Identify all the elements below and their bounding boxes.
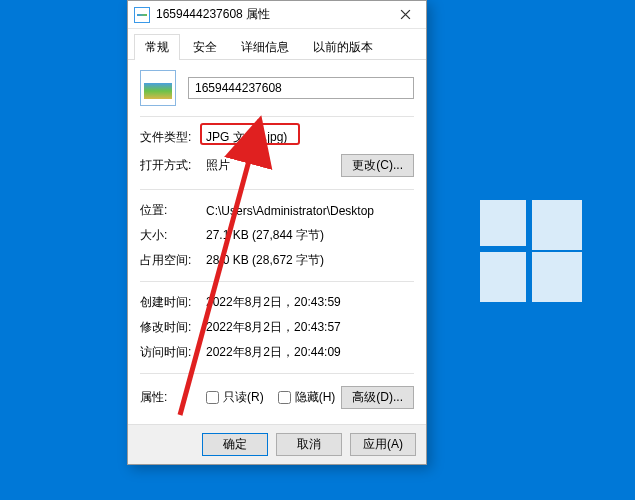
opens-with-label: 打开方式: [140, 157, 206, 174]
tab-strip: 常规 安全 详细信息 以前的版本 [128, 29, 426, 60]
modified-label: 修改时间: [140, 319, 206, 336]
apply-button[interactable]: 应用(A) [350, 433, 416, 456]
tab-details[interactable]: 详细信息 [230, 34, 300, 60]
windows-logo [480, 200, 588, 308]
attributes-label: 属性: [140, 389, 206, 406]
size-on-disk-label: 占用空间: [140, 252, 206, 269]
close-icon [400, 9, 411, 20]
tab-previous-versions[interactable]: 以前的版本 [302, 34, 384, 60]
cancel-button[interactable]: 取消 [276, 433, 342, 456]
readonly-label: 只读(R) [223, 389, 264, 406]
created-label: 创建时间: [140, 294, 206, 311]
size-label: 大小: [140, 227, 206, 244]
file-type-value: JPG 文件 (.jpg) [206, 129, 414, 146]
tab-security[interactable]: 安全 [182, 34, 228, 60]
tab-content: 文件类型: JPG 文件 (.jpg) 打开方式: 照片 更改(C)... 位置… [128, 60, 426, 419]
file-icon [140, 70, 176, 106]
hidden-label: 隐藏(H) [295, 389, 336, 406]
close-button[interactable] [384, 1, 426, 29]
hidden-input[interactable] [278, 391, 291, 404]
location-value: C:\Users\Administrator\Desktop [206, 204, 414, 218]
ok-button[interactable]: 确定 [202, 433, 268, 456]
readonly-checkbox[interactable]: 只读(R) [206, 389, 264, 406]
advanced-button[interactable]: 高级(D)... [341, 386, 414, 409]
window-title: 1659444237608 属性 [156, 6, 384, 23]
filename-input[interactable] [188, 77, 414, 99]
hidden-checkbox[interactable]: 隐藏(H) [278, 389, 336, 406]
change-button[interactable]: 更改(C)... [341, 154, 414, 177]
accessed-value: 2022年8月2日，20:44:09 [206, 344, 414, 361]
file-type-label: 文件类型: [140, 129, 206, 146]
modified-value: 2022年8月2日，20:43:57 [206, 319, 414, 336]
tab-general[interactable]: 常规 [134, 34, 180, 60]
opens-with-value: 照片 [206, 157, 341, 174]
file-icon-small [134, 7, 150, 23]
properties-dialog: 1659444237608 属性 常规 安全 详细信息 以前的版本 文件类型: … [127, 0, 427, 465]
titlebar: 1659444237608 属性 [128, 1, 426, 29]
readonly-input[interactable] [206, 391, 219, 404]
size-on-disk-value: 28.0 KB (28,672 字节) [206, 252, 414, 269]
size-value: 27.1 KB (27,844 字节) [206, 227, 414, 244]
dialog-footer: 确定 取消 应用(A) [128, 424, 426, 464]
accessed-label: 访问时间: [140, 344, 206, 361]
created-value: 2022年8月2日，20:43:59 [206, 294, 414, 311]
location-label: 位置: [140, 202, 206, 219]
